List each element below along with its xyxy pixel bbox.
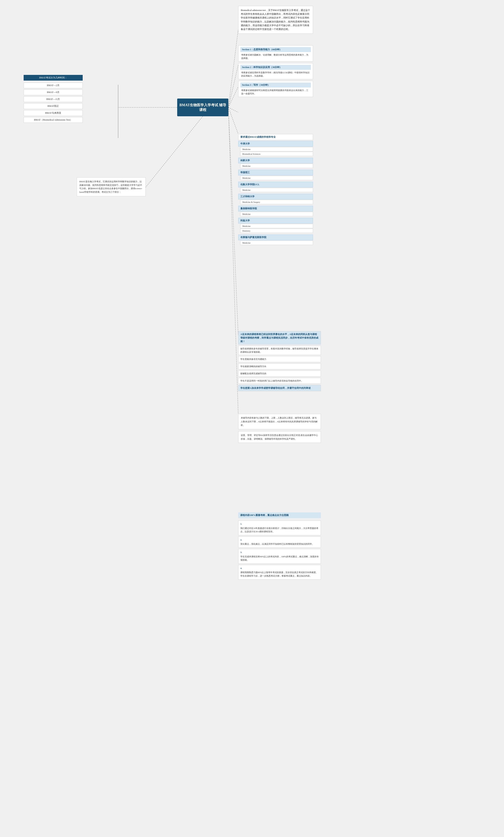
num-2-text: 突出重点，强化难点，以满足同学不知前时已以有整框架的背景知识的同学。	[240, 542, 319, 546]
feature-4: 学生能获清晰的的辅导方向	[238, 363, 321, 370]
time-item-5: BMAT马来西亚	[24, 110, 83, 116]
left-time-area: BMAT考试分为几种时间： BMAT—2月 BMAT—9月 BMAT—11月 B…	[24, 75, 83, 123]
svg-line-1	[228, 65, 238, 107]
svg-line-4	[228, 107, 238, 134]
section-3-box: Section 3：写作（30分钟） 考察参试者根据特写法将想法并能简明扼要的书…	[238, 81, 313, 97]
time-item-4: BMAT陪正	[24, 103, 83, 109]
intro-box: Biomedical admission test，关于BMAT生物医学入学考试…	[238, 6, 313, 34]
num-4-text: 课程我期熟悉习题80%以上报考年考试的真题，完全切合真正考试的方向和难度。学生在…	[240, 571, 319, 577]
uni-group-imperial: 帝国理工 Medicine	[238, 170, 313, 180]
uni-group-leeds: 利兹大学 Medicine Dentistry	[238, 218, 313, 233]
bottom-right-area: 课程内容100%重塞考纲，重点难点全方位照顾 1. 我们通过对近10年真题进行全…	[238, 512, 321, 580]
uni-oxford-sub2: Biomedical Sciences	[240, 152, 313, 156]
mindmap-canvas: BMAT生物医学入学考试 辅导课程 Biomedical admission t…	[0, 0, 504, 837]
svg-line-8	[228, 107, 238, 335]
numbered-item-1: 1. 我们通过对近10年真题进行全面分析统计，归纳出分值之间规大，大分率受题的考…	[238, 520, 321, 535]
uni-oxford-sub1: Medicine	[240, 147, 313, 152]
sections-area: Section 1：态度和推导能力（60分钟） 考察参试者问题解决、论述理解、数…	[238, 45, 313, 97]
center-label: BMAT生物医学入学考试 辅导课程	[179, 103, 227, 112]
uni-brighton-sussex-sub1: Medicine	[240, 241, 313, 245]
feature-6: 学生不是适用同一时段的用门以上辅导内容否则会导致的在同中。	[238, 378, 321, 384]
section-1-title: Section 1：态度和推导能力（60分钟）	[240, 47, 311, 52]
num-2-label: 2.	[240, 538, 319, 542]
uni-group-brighton-sussex: 布莱顿与萨塞克斯医学院 Medicine	[238, 234, 313, 245]
right-bottom-area: 本辅导内容有参与人数的下限、上限，人数达到上限后，辅导将无法进课。参与人数未达到…	[238, 414, 321, 443]
uni-brighton-sussex: 布莱顿与萨塞克斯医学院	[238, 234, 313, 240]
bottom-left-intro: BMAT是生物入学考试，它测试你运用科学和数学知识的能力，以及解决问题、批判性思…	[77, 177, 146, 196]
universities-area: 要求通过BMAT成绩的学校和专业 牛津大学 Medicine Biomedica…	[238, 134, 313, 247]
svg-line-2	[228, 87, 238, 107]
feature-3: 学生需最具备语言沟通能力	[238, 356, 321, 362]
large-feature-1-text: 本辅导内容有参与人数的下限、上限，人数达到上限后，辅导将无法进课。参与人数未达到…	[241, 416, 318, 426]
svg-line-9	[228, 107, 238, 414]
numbered-item-3: 3. 学生完成本课程后将90%以上的考试内容，100%的考试重点，难点清晰，深度…	[238, 549, 321, 564]
svg-line-0	[228, 30, 238, 107]
feature-5: 能够配合老师完成辅导目的	[238, 371, 321, 377]
uni-header: 要求通过BMAT成绩的学校和专业	[238, 134, 313, 140]
numbered-item-2: 2. 突出重点，强化难点，以满足同学不知前时已以有整框架的背景知识的同学。	[238, 536, 321, 548]
section-2-box: Section 2：科学知识及应用（30分钟） 考察参试者应用科学及数学学科（相…	[238, 63, 313, 79]
uni-oxford: 牛津大学	[238, 141, 313, 147]
time-item-3: BMAT—11月	[24, 96, 83, 102]
section-1-desc: 考察参试者问题解决、论述理解、数据分析等运用思维的基本能力，为选择题。	[240, 53, 311, 60]
uni-ucl: 伦敦大学学院UCL	[238, 182, 313, 188]
uni-imperial: 帝国理工	[238, 170, 313, 175]
section-3-title: Section 3：写作（30分钟）	[240, 83, 311, 88]
num-3-text: 学生完成本课程后将90%以上的考试内容，100%的考试重点，难点清晰，深度的专项…	[240, 555, 319, 562]
uni-manchester-sub1: Medicine & Surgery	[240, 200, 313, 204]
uni-brighton: 曼彻斯特医学院	[238, 206, 313, 212]
bottom-right-header: 课程内容100%重塞考纲，重点难点全方位照顾	[238, 512, 321, 518]
section-2-title: Section 2：科学知识及应用（30分钟）	[240, 65, 311, 70]
uni-group-ucl: 伦敦大学学院UCL Medicine	[238, 182, 313, 192]
svg-line-3	[228, 107, 238, 112]
bottom-left-text: BMAT是生物入学考试，它测试你运用科学和数学知识的能力，以及解决问题、批判性思…	[79, 180, 142, 193]
large-feature-2-text: 设置、管理、评定等BA加班学员负责会通过目前出分情正对优/差生会由邀学中心价值，…	[241, 434, 318, 440]
large-feature-1: 本辅导内容有参与人数的下限、上限，人数达到上限后，辅导将无法进课。参与人数未达到…	[238, 414, 321, 429]
section-2-desc: 考察参试者应用科学及数学学科（相当等级GCSE课程）中获得科学知识的应用能力，为…	[240, 71, 311, 77]
num-1-text: 我们通过对近10年真题进行全面分析统计，归纳出分值之间规大，大分率受题的考点，以…	[240, 527, 319, 534]
right-features-area: A近未来的课程将将已经达到世界赛名的水平，A近未来的同班从患与课程等级对课程的考…	[238, 331, 321, 391]
uni-group-cambridge: 剑桥大学 Medicine	[238, 158, 313, 168]
uni-leeds-sub2: Dentistry	[240, 229, 313, 233]
uni-cambridge-sub1: Medicine	[240, 164, 313, 168]
large-feature-2: 设置、管理、评定等BA加班学员负责会通过目前出分情正对优/差生会由邀学中心价值，…	[238, 431, 321, 443]
uni-group-manchester: 三才和特大学 Medicine & Surgery	[238, 194, 313, 204]
time-item-6: BMAT（Biomedical Admissions Test）	[24, 117, 83, 123]
uni-imperial-sub1: Medicine	[240, 176, 313, 180]
uni-leeds: 利兹大学	[238, 218, 313, 224]
feature-highlight-1: A近未来的课程将将已经达到世界赛名的水平，A近未来的同班从患与课程等级对课程的考…	[238, 331, 321, 344]
num-1-label: 1.	[240, 522, 319, 526]
numbered-item-4: 4. 课程我期熟悉习题80%以上报考年考试的真题，完全切合真正考试的方向和难度。…	[238, 565, 321, 580]
uni-brighton-sub1: Medicine	[240, 212, 313, 216]
feature-2: 辅导老师拥有多年的辅导背景，有着丰富的数学经验，辅导老师负责提升学生整体的课程以…	[238, 346, 321, 355]
time-label: BMAT考试分为几种时间：	[24, 75, 83, 81]
center-node: BMAT生物医学入学考试 辅导课程	[177, 99, 228, 116]
uni-manchester: 三才和特大学	[238, 194, 313, 199]
svg-line-7	[146, 116, 203, 187]
time-item-1: BMAT—2月	[24, 83, 83, 88]
time-item-2: BMAT—9月	[24, 89, 83, 95]
section-3-desc: 考察参试者根据特写法将想法并能简明扼要的书面表达出来的能力，三选一命题写作。	[240, 89, 311, 95]
student-note: 学生想要A加未来学学成密学课辅导结合同，并遵守合同中的列举述	[238, 385, 321, 391]
uni-ucl-sub1: Medicine	[240, 188, 313, 192]
num-3-label: 3.	[240, 551, 319, 554]
page-wrapper: BMAT生物医学入学考试 辅导课程 Biomedical admission t…	[0, 0, 504, 837]
uni-group-brighton: 曼彻斯特医学院 Medicine	[238, 206, 313, 216]
num-4-label: 4.	[240, 567, 319, 570]
section-1-box: Section 1：态度和推导能力（60分钟） 考察参试者问题解决、论述理解、数…	[238, 45, 313, 61]
uni-group-oxford: 牛津大学 Medicine Biomedical Sciences	[238, 141, 313, 156]
intro-text: Biomedical admission test，关于BMAT生物医学入学考试…	[241, 9, 310, 31]
uni-cambridge: 剑桥大学	[238, 158, 313, 163]
uni-leeds-sub1: Medicine	[240, 224, 313, 228]
